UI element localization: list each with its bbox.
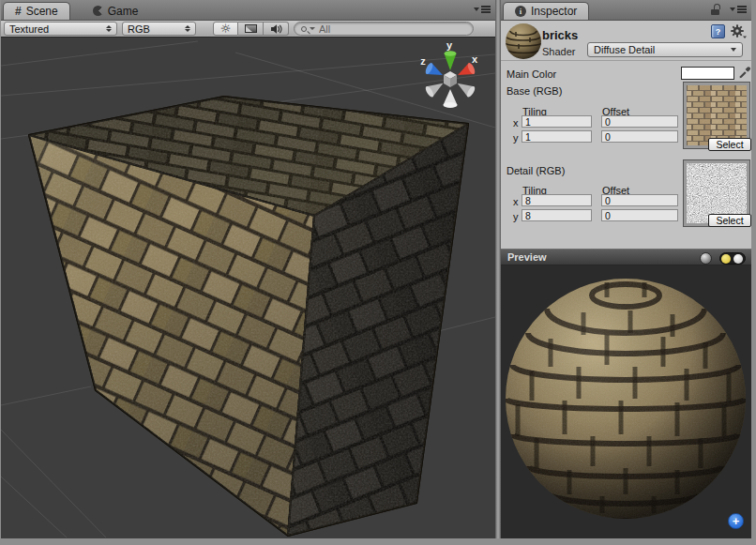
inspector-tabbar: i Inspector bbox=[501, 0, 751, 21]
base-y-label: y bbox=[513, 132, 519, 144]
skybox-toggle-button[interactable] bbox=[238, 22, 264, 36]
shader-label: Shader bbox=[542, 46, 575, 57]
inspector-panel: i Inspector bbox=[501, 0, 751, 538]
preview-sphere bbox=[501, 265, 750, 538]
gizmo-center-cube[interactable] bbox=[444, 71, 457, 87]
gizmo-y-label: y bbox=[446, 39, 453, 51]
main-color-label: Main Color bbox=[507, 68, 556, 80]
detail-select-button[interactable]: Select bbox=[708, 214, 751, 227]
light-off-icon bbox=[733, 254, 743, 264]
image-icon bbox=[245, 24, 257, 33]
main-color-swatch[interactable] bbox=[681, 67, 734, 80]
lock-icon[interactable] bbox=[711, 4, 721, 16]
eyedropper-icon[interactable] bbox=[737, 65, 751, 79]
scene-panel: # Scene Game Textured RGB ☼ bbox=[1, 0, 495, 538]
search-input[interactable] bbox=[315, 23, 466, 35]
scene-orientation-gizmo[interactable]: y x z bbox=[415, 39, 486, 114]
inspector-pane-menu-icon[interactable] bbox=[730, 6, 747, 13]
render-mode-dropdown[interactable]: Textured bbox=[4, 22, 117, 36]
gizmo-y-axis[interactable] bbox=[445, 51, 457, 70]
detail-offset-y-input[interactable] bbox=[601, 209, 678, 221]
detail-tiling-x-input[interactable] bbox=[522, 194, 592, 206]
tab-game[interactable]: Game bbox=[82, 2, 150, 20]
tab-scene[interactable]: # Scene bbox=[3, 2, 70, 20]
updown-arrows-icon bbox=[185, 25, 190, 32]
unity-editor-window: # Scene Game Textured RGB ☼ bbox=[0, 0, 756, 545]
base-tiling-y-input[interactable] bbox=[522, 130, 592, 143]
base-offset-x-input[interactable] bbox=[601, 115, 678, 128]
updown-arrows-icon bbox=[106, 25, 112, 32]
tab-inspector[interactable]: i Inspector bbox=[503, 2, 589, 20]
gear-icon[interactable] bbox=[731, 24, 748, 39]
header-divider bbox=[501, 60, 751, 61]
audio-toggle-button[interactable] bbox=[264, 22, 289, 36]
base-x-label: x bbox=[513, 117, 519, 129]
detail-offset-x-input[interactable] bbox=[601, 194, 678, 206]
base-select-button[interactable]: Select bbox=[708, 138, 751, 151]
color-mode-dropdown[interactable]: RGB bbox=[122, 22, 196, 36]
info-icon: i bbox=[515, 6, 526, 17]
scene-search-field[interactable] bbox=[294, 22, 474, 36]
cube-grain-overlay bbox=[29, 97, 468, 536]
base-tiling-x-input[interactable] bbox=[522, 115, 592, 128]
detail-section-title: Detail (RGB) bbox=[507, 165, 565, 176]
detail-x-label: x bbox=[513, 196, 519, 207]
preview-header[interactable]: Preview bbox=[501, 249, 751, 265]
material-name: bricks bbox=[542, 28, 578, 42]
material-preview-thumbnail bbox=[505, 23, 542, 60]
preview-light-toggle[interactable] bbox=[719, 252, 746, 265]
material-inspector: bricks Shader Diffuse Detail ? bbox=[501, 21, 751, 249]
scene-viewport[interactable]: y x z bbox=[1, 38, 495, 538]
scene-toolbar: Textured RGB ☼ bbox=[1, 21, 495, 38]
detail-y-label: y bbox=[513, 211, 519, 222]
preview-add-button[interactable]: + bbox=[728, 513, 744, 529]
lighting-toggle-button[interactable]: ☼ bbox=[213, 22, 238, 36]
scene-toggle-buttons: ☼ bbox=[213, 22, 289, 36]
help-icon[interactable]: ? bbox=[711, 24, 725, 38]
preview-title: Preview bbox=[507, 251, 547, 263]
tab-inspector-label: Inspector bbox=[531, 5, 577, 18]
base-offset-y-input[interactable] bbox=[601, 130, 678, 143]
detail-tiling-y-input[interactable] bbox=[522, 209, 592, 221]
gizmo-x-label: x bbox=[472, 53, 478, 65]
dropdown-arrow-icon bbox=[731, 48, 736, 52]
light-on-icon bbox=[721, 254, 731, 264]
gizmo-z-label: z bbox=[420, 55, 426, 67]
sun-icon: ☼ bbox=[220, 23, 232, 35]
shader-dropdown[interactable]: Diffuse Detail bbox=[587, 42, 743, 57]
scene-grid-icon: # bbox=[15, 6, 22, 17]
search-icon bbox=[301, 26, 307, 32]
scene-tabbar: # Scene Game bbox=[1, 0, 495, 21]
tab-game-label: Game bbox=[108, 5, 139, 18]
preview-body[interactable]: + bbox=[501, 265, 751, 538]
gizmo-z-axis[interactable] bbox=[424, 62, 446, 81]
base-section-title: Base (RGB) bbox=[507, 85, 562, 97]
scene-pane-menu-icon[interactable] bbox=[474, 6, 491, 13]
preview-shape-button[interactable] bbox=[700, 252, 712, 265]
tab-scene-label: Scene bbox=[26, 5, 58, 18]
speaker-icon bbox=[270, 23, 282, 35]
game-icon bbox=[93, 6, 103, 16]
